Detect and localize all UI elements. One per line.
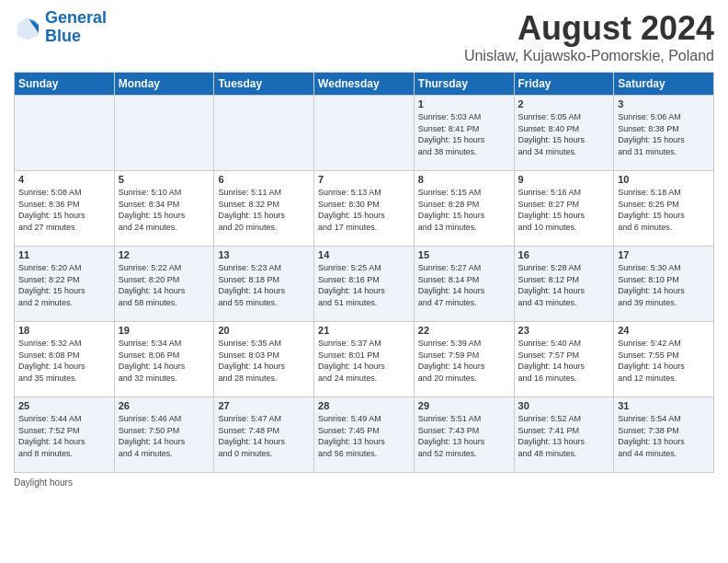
day-info: Sunrise: 5:34 AM Sunset: 8:06 PM Dayligh… [119,338,210,384]
day-info: Sunrise: 5:30 AM Sunset: 8:10 PM Dayligh… [618,262,710,308]
page: General Blue August 2024 Unislaw, Kujaws… [0,0,728,497]
day-info: Sunrise: 5:25 AM Sunset: 8:16 PM Dayligh… [318,262,410,308]
day-number: 8 [418,174,510,185]
day-number: 20 [218,325,310,336]
col-header-thursday: Thursday [414,73,514,96]
calendar-cell: 12Sunrise: 5:22 AM Sunset: 8:20 PM Dayli… [114,247,214,322]
day-info: Sunrise: 5:18 AM Sunset: 8:25 PM Dayligh… [618,187,710,233]
header: General Blue August 2024 Unislaw, Kujaws… [14,9,714,64]
day-number: 19 [119,325,210,336]
calendar-cell: 24Sunrise: 5:42 AM Sunset: 7:55 PM Dayli… [614,322,714,397]
main-title: August 2024 [464,9,714,48]
calendar-cell: 21Sunrise: 5:37 AM Sunset: 8:01 PM Dayli… [314,322,415,397]
day-number: 12 [119,249,210,260]
calendar-cell [314,96,415,171]
title-block: August 2024 Unislaw, Kujawsko-Pomorskie,… [464,9,714,64]
calendar-cell: 17Sunrise: 5:30 AM Sunset: 8:10 PM Dayli… [614,247,714,322]
week-row-4: 18Sunrise: 5:32 AM Sunset: 8:08 PM Dayli… [15,322,714,397]
day-info: Sunrise: 5:27 AM Sunset: 8:14 PM Dayligh… [418,262,510,308]
logo-text: General Blue [45,9,107,46]
day-number: 31 [618,400,710,411]
calendar-cell: 4Sunrise: 5:08 AM Sunset: 8:36 PM Daylig… [15,171,115,247]
day-number: 15 [418,249,510,260]
day-number: 3 [618,98,710,109]
day-number: 16 [518,249,610,260]
calendar-cell: 13Sunrise: 5:23 AM Sunset: 8:18 PM Dayli… [214,247,314,322]
calendar-cell: 2Sunrise: 5:05 AM Sunset: 8:40 PM Daylig… [514,96,614,171]
calendar-cell [114,96,214,171]
calendar-cell: 29Sunrise: 5:51 AM Sunset: 7:43 PM Dayli… [414,397,514,473]
logo-icon [14,14,41,41]
day-number: 26 [119,400,210,411]
calendar-cell: 31Sunrise: 5:54 AM Sunset: 7:38 PM Dayli… [614,397,714,473]
calendar-cell: 18Sunrise: 5:32 AM Sunset: 8:08 PM Dayli… [15,322,115,397]
header-row: SundayMondayTuesdayWednesdayThursdayFrid… [15,73,714,96]
week-row-1: 1Sunrise: 5:03 AM Sunset: 8:41 PM Daylig… [15,96,714,171]
day-info: Sunrise: 5:47 AM Sunset: 7:48 PM Dayligh… [218,413,310,459]
logo: General Blue [14,9,107,46]
day-number: 21 [318,325,410,336]
day-number: 18 [18,325,110,336]
day-info: Sunrise: 5:51 AM Sunset: 7:43 PM Dayligh… [418,413,510,459]
calendar-cell: 8Sunrise: 5:15 AM Sunset: 8:28 PM Daylig… [414,171,514,247]
day-info: Sunrise: 5:05 AM Sunset: 8:40 PM Dayligh… [518,111,610,157]
day-info: Sunrise: 5:49 AM Sunset: 7:45 PM Dayligh… [318,413,410,459]
calendar-cell: 30Sunrise: 5:52 AM Sunset: 7:41 PM Dayli… [514,397,614,473]
calendar-cell: 6Sunrise: 5:11 AM Sunset: 8:32 PM Daylig… [214,171,314,247]
week-row-5: 25Sunrise: 5:44 AM Sunset: 7:52 PM Dayli… [15,397,714,473]
day-info: Sunrise: 5:32 AM Sunset: 8:08 PM Dayligh… [18,338,110,384]
col-header-friday: Friday [514,73,614,96]
calendar-cell: 28Sunrise: 5:49 AM Sunset: 7:45 PM Dayli… [314,397,415,473]
col-header-wednesday: Wednesday [314,73,415,96]
day-info: Sunrise: 5:03 AM Sunset: 8:41 PM Dayligh… [418,111,510,157]
calendar-cell [214,96,314,171]
day-info: Sunrise: 5:08 AM Sunset: 8:36 PM Dayligh… [18,187,110,233]
day-info: Sunrise: 5:28 AM Sunset: 8:12 PM Dayligh… [518,262,610,308]
subtitle: Unislaw, Kujawsko-Pomorskie, Poland [464,48,714,64]
day-info: Sunrise: 5:15 AM Sunset: 8:28 PM Dayligh… [418,187,510,233]
day-info: Sunrise: 5:06 AM Sunset: 8:38 PM Dayligh… [618,111,710,157]
calendar-cell: 23Sunrise: 5:40 AM Sunset: 7:57 PM Dayli… [514,322,614,397]
calendar-cell: 5Sunrise: 5:10 AM Sunset: 8:34 PM Daylig… [114,171,214,247]
day-info: Sunrise: 5:16 AM Sunset: 8:27 PM Dayligh… [518,187,610,233]
day-info: Sunrise: 5:40 AM Sunset: 7:57 PM Dayligh… [518,338,610,384]
col-header-saturday: Saturday [614,73,714,96]
calendar-cell: 7Sunrise: 5:13 AM Sunset: 8:30 PM Daylig… [314,171,415,247]
col-header-monday: Monday [114,73,214,96]
calendar-cell: 14Sunrise: 5:25 AM Sunset: 8:16 PM Dayli… [314,247,415,322]
day-info: Sunrise: 5:52 AM Sunset: 7:41 PM Dayligh… [518,413,610,459]
day-number: 27 [218,400,310,411]
day-number: 24 [618,325,710,336]
calendar-cell: 22Sunrise: 5:39 AM Sunset: 7:59 PM Dayli… [414,322,514,397]
day-number: 23 [518,325,610,336]
calendar-cell: 20Sunrise: 5:35 AM Sunset: 8:03 PM Dayli… [214,322,314,397]
calendar-cell: 26Sunrise: 5:46 AM Sunset: 7:50 PM Dayli… [114,397,214,473]
calendar-cell: 27Sunrise: 5:47 AM Sunset: 7:48 PM Dayli… [214,397,314,473]
calendar-cell: 25Sunrise: 5:44 AM Sunset: 7:52 PM Dayli… [15,397,115,473]
calendar-cell: 11Sunrise: 5:20 AM Sunset: 8:22 PM Dayli… [15,247,115,322]
day-number: 10 [618,174,710,185]
day-info: Sunrise: 5:13 AM Sunset: 8:30 PM Dayligh… [318,187,410,233]
calendar-table: SundayMondayTuesdayWednesdayThursdayFrid… [14,72,714,473]
svg-marker-0 [17,17,39,40]
day-number: 4 [18,174,110,185]
day-number: 28 [318,400,410,411]
col-header-sunday: Sunday [15,73,115,96]
day-number: 17 [618,249,710,260]
calendar-cell: 19Sunrise: 5:34 AM Sunset: 8:06 PM Dayli… [114,322,214,397]
week-row-2: 4Sunrise: 5:08 AM Sunset: 8:36 PM Daylig… [15,171,714,247]
day-number: 9 [518,174,610,185]
day-number: 7 [318,174,410,185]
calendar-cell [15,96,115,171]
day-info: Sunrise: 5:20 AM Sunset: 8:22 PM Dayligh… [18,262,110,308]
day-number: 11 [18,249,110,260]
day-info: Sunrise: 5:23 AM Sunset: 8:18 PM Dayligh… [218,262,310,308]
day-info: Sunrise: 5:11 AM Sunset: 8:32 PM Dayligh… [218,187,310,233]
day-number: 29 [418,400,510,411]
day-number: 25 [18,400,110,411]
calendar-cell: 10Sunrise: 5:18 AM Sunset: 8:25 PM Dayli… [614,171,714,247]
day-number: 14 [318,249,410,260]
day-number: 30 [518,400,610,411]
day-info: Sunrise: 5:22 AM Sunset: 8:20 PM Dayligh… [119,262,210,308]
day-info: Sunrise: 5:37 AM Sunset: 8:01 PM Dayligh… [318,338,410,384]
